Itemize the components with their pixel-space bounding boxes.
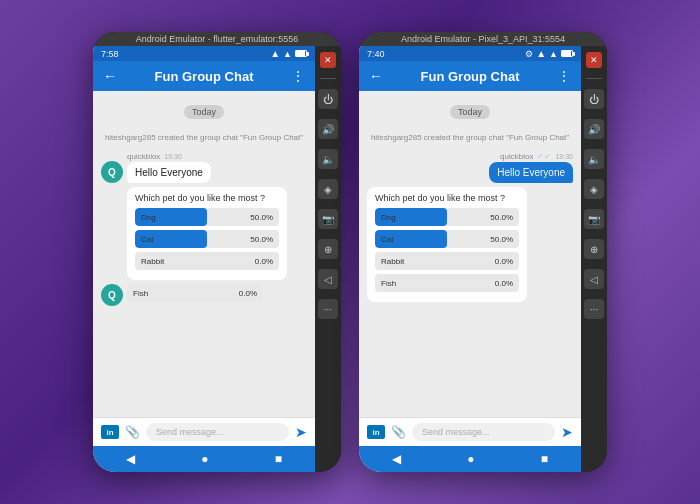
phone2-poll-option-text-2: Cat 50.0% [375,235,519,244]
phone2-app-bar: ← Fun Group Chat ⋮ [359,61,581,91]
phone1-poll: Which pet do you like the most ? Dog 50.… [127,187,287,280]
phone1-poll-option-3[interactable]: Rabbit 0.0% [135,252,279,270]
phone2-rotate-btn[interactable]: ◈ [584,179,604,199]
phone1-nav-back[interactable]: ◀ [118,450,143,468]
phone2-nav-back[interactable]: ◀ [384,450,409,468]
phone2-status-icons: ⚙ ▲ ▲ [525,48,573,59]
phone1-poll-option-text-1: Dog 50.0% [135,213,279,222]
phone1-nav-bar: ◀ ● ■ [93,446,315,472]
phone1-network-icon: ▲ [283,49,292,59]
phone1-status-bar: 7:58 ▲ ▲ [93,46,315,61]
phone2-poll-option-2[interactable]: Cat 50.0% [375,230,519,248]
phone2-zoom-in-btn[interactable]: ⊕ [584,239,604,259]
phone1-back-button[interactable]: ← [101,67,119,85]
phone2-poll-option-4[interactable]: Fish 0.0% [375,274,519,292]
phone2-title: Fun Group Chat [391,69,549,84]
phone2-ln-icon: in [367,425,385,439]
phone2-close-btn[interactable]: ✕ [586,52,602,68]
phone2-message-input[interactable]: Send message... [412,423,555,441]
phone1-message-input[interactable]: Send message... [146,423,289,441]
phone1-rotate-btn[interactable]: ◈ [318,179,338,199]
phone2-nav-home[interactable]: ● [459,450,482,468]
phone1-vol-up-btn[interactable]: 🔊 [318,119,338,139]
phone2-vol-up-btn[interactable]: 🔊 [584,119,604,139]
phone2-chat-area: Today hiteshgarg285 created the group ch… [359,91,581,417]
phone1-msg-row-1: Q quickblox 19:30 Hello Everyone [101,152,307,183]
phone1-wifi-icon: ▲ [270,48,280,59]
phone1-poll-option-4[interactable]: Fish 0.0% [127,284,263,302]
phone1: Android Emulator - flutter_emulator:5556… [93,32,341,472]
phone2-system-msg: hiteshgarg285 created the group chat "Fu… [367,133,573,142]
phone1-msg-time-1: 19:30 [164,153,182,160]
phone2-poll-option-text-3: Rabbit 0.0% [375,257,519,266]
phone1-avatar-q2: Q [101,284,123,306]
phone1-send-button[interactable]: ➤ [295,424,307,440]
phone1-msg-bubble-1: Hello Everyone [127,162,211,183]
phone2-time: 7:40 [367,49,385,59]
phone1-status-icons: ▲ ▲ [270,48,307,59]
phone1-back-ctrl-btn[interactable]: ◁ [318,269,338,289]
phone2-poll: Which pet do you like the most ? Dog 50.… [367,187,527,302]
phone2-msg-row-1: quickblox ✓✓ 19:30 Hello Everyone [367,152,573,183]
phone2-attach-icon[interactable]: 📎 [391,425,406,439]
phone1-poll-option-text-2: Cat 50.0% [135,235,279,244]
phone2-vol-down-btn[interactable]: 🔈 [584,149,604,169]
phone1-input-bar: in 📎 Send message... ➤ [93,417,315,446]
phone1-msg-wrap-1: quickblox 19:30 Hello Everyone [127,152,211,183]
phone2-side-controls: ✕ ⏻ 🔊 🔈 ◈ 📷 ⊕ ◁ ··· [581,46,607,472]
phone1-screen: 7:58 ▲ ▲ ← Fun Group Chat [93,46,315,472]
phone1-side-controls: ✕ ⏻ 🔊 🔈 ◈ 📷 ⊕ ◁ ··· [315,46,341,472]
phone2-back-button[interactable]: ← [367,67,385,85]
phone1-more-button[interactable]: ⋮ [289,67,307,85]
phone2-status-bar: 7:40 ⚙ ▲ ▲ [359,46,581,61]
phone2-power-btn[interactable]: ⏻ [584,89,604,109]
phone1-poll-option-2[interactable]: Cat 50.0% [135,230,279,248]
phone2-settings-icon: ⚙ [525,49,533,59]
phone2-more-button[interactable]: ⋮ [555,67,573,85]
phone1-chat-area: Today hiteshgarg285 created the group ch… [93,91,315,417]
phone1-attach-icon[interactable]: 📎 [125,425,140,439]
phone2-camera-btn[interactable]: 📷 [584,209,604,229]
phone1-nav-home[interactable]: ● [193,450,216,468]
phone2-nav-square[interactable]: ■ [533,450,556,468]
phone1-avatar-q: Q [101,161,123,183]
phone2-nav-bar: ◀ ● ■ [359,446,581,472]
phone2-poll-option-text-4: Fish 0.0% [375,279,519,288]
phone1-vol-down-btn[interactable]: 🔈 [318,149,338,169]
phone2-poll-question: Which pet do you like the most ? [375,193,519,203]
phone2-screen: 7:40 ⚙ ▲ ▲ ← Fun Group Chat [359,46,581,472]
phone1-poll-option-text-4: Fish 0.0% [127,289,263,298]
phone2-date-badge: Today [450,101,490,119]
phone1-fish-option-wrap: Fish 0.0% [127,284,307,306]
phone1-app-bar: ← Fun Group Chat ⋮ [93,61,315,91]
phone2-msg-bubble-1: Hello Everyone [489,162,573,183]
phone1-camera-btn[interactable]: 📷 [318,209,338,229]
phone1-date-badge: Today [184,101,224,119]
phone1-title: Fun Group Chat [125,69,283,84]
phone2-poll-option-text-1: Dog 50.0% [375,213,519,222]
phone2-emu-bar: Android Emulator - Pixel_3_API_31:5554 [359,32,607,46]
phone2-send-button[interactable]: ➤ [561,424,573,440]
phone1-msg-sender-1: quickblox 19:30 [127,152,211,161]
phone1-nav-square[interactable]: ■ [267,450,290,468]
phone2-back-ctrl-btn[interactable]: ◁ [584,269,604,289]
phone2-msg-time-1: 19:30 [555,153,573,160]
phone1-poll-option-1[interactable]: Dog 50.0% [135,208,279,226]
phone2-battery-icon [561,50,573,57]
phone2-poll-option-1[interactable]: Dog 50.0% [375,208,519,226]
phone2-network-icon: ▲ [549,49,558,59]
phone1-system-msg: hiteshgarg285 created the group chat "Fu… [101,133,307,142]
phone2-more-ctrl-btn[interactable]: ··· [584,299,604,319]
phone1-power-btn[interactable]: ⏻ [318,89,338,109]
phone2-poll-option-3[interactable]: Rabbit 0.0% [375,252,519,270]
phone2-msg-wrap-1: quickblox ✓✓ 19:30 Hello Everyone [489,152,573,183]
phone2-msg-sender-1: quickblox ✓✓ 19:30 [500,152,573,161]
phone1-zoom-in-btn[interactable]: ⊕ [318,239,338,259]
phone2: Android Emulator - Pixel_3_API_31:5554 7… [359,32,607,472]
phone1-close-btn[interactable]: ✕ [320,52,336,68]
phone1-battery-icon [295,50,307,57]
phone2-input-bar: in 📎 Send message... ➤ [359,417,581,446]
phone1-poll-question: Which pet do you like the most ? [135,193,279,203]
phone1-fish-row: Q Fish 0.0% [101,284,307,306]
phone1-more-ctrl-btn[interactable]: ··· [318,299,338,319]
